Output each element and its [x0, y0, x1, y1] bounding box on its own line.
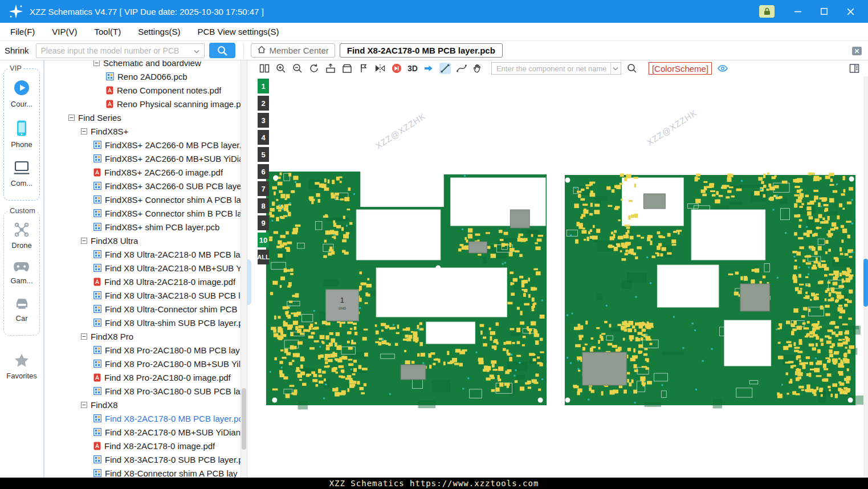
colorscheme-button[interactable]: [ColorScheme] [649, 62, 712, 75]
export-board-icon[interactable] [325, 63, 336, 74]
member-center-button[interactable]: Member Center [251, 43, 335, 58]
tree-item[interactable]: Reno Component notes.pdf [44, 83, 241, 97]
tree-item[interactable]: FindX8S+ 2AC266-0 image.pdf [44, 165, 241, 179]
net-search-input[interactable]: Enter the component or net name [491, 62, 621, 75]
sidebar-item-com[interactable]: Com... [11, 160, 32, 188]
tree-item[interactable]: Find X8 Ultra-shim SUB PCB layer.p [44, 316, 241, 329]
diode-toggle-icon[interactable] [391, 63, 402, 74]
tree-group[interactable]: Find Series [44, 111, 241, 124]
menu-item-pcb-view-settings-s[interactable]: PCB View settings(S) [197, 27, 279, 36]
tree-item[interactable]: FindX8S+ 3AC266-0 SUB PCB layer [44, 179, 241, 193]
menu-item-vip-v[interactable]: VIP(V) [52, 27, 77, 36]
layer-button-10[interactable]: 10 [258, 233, 269, 247]
chevron-down-icon[interactable] [194, 46, 199, 55]
refresh-icon[interactable] [308, 63, 320, 74]
pan-hand-icon[interactable] [472, 63, 484, 74]
sidebar-item-favorites[interactable]: Favorites [2, 353, 41, 380]
split-view-icon[interactable] [259, 63, 270, 74]
tree-item[interactable]: Find X8 Pro-3AC180-0 SUB PCB lay [44, 384, 241, 398]
layer-button-8[interactable]: 8 [258, 198, 269, 213]
model-search-input[interactable]: Please input the model number or PCB [36, 43, 205, 58]
tree-scrollbar[interactable] [241, 60, 247, 478]
collapse-icon[interactable] [93, 60, 100, 66]
layer-button-all[interactable]: ALL [258, 250, 269, 264]
tree-collapse-handle[interactable] [247, 259, 251, 305]
viewer-scrollbar-thumb[interactable] [863, 259, 868, 307]
zoom-in-icon[interactable] [275, 63, 287, 74]
zoom-out-icon[interactable] [292, 63, 303, 74]
sidebar-item-drone[interactable]: Drone [11, 222, 31, 250]
collapse-icon[interactable] [81, 238, 87, 244]
tree-item[interactable]: Find X8-2AC178-0 image.pdf [44, 439, 241, 453]
selected-component[interactable]: 1GND [325, 290, 358, 321]
collapse-icon[interactable] [81, 128, 87, 135]
layer-button-6[interactable]: 6 [258, 164, 269, 179]
sidebar-item-gam[interactable]: Gam... [10, 261, 32, 285]
tree-item[interactable]: Find X8 Pro-2AC180-0 MB PCB lay [44, 343, 241, 357]
tree-item[interactable]: Find X8 Pro-2AC180-0 image.pdf [44, 370, 241, 384]
tree-item[interactable]: Find X8 Pro-2AC180-0 MB+SUB Yil [44, 357, 241, 370]
box-icon[interactable] [341, 63, 353, 74]
file-tab[interactable]: Find X8-2AC178-0 MB PCB layer.pcb [340, 43, 503, 58]
tree-item[interactable]: Find X8 Ultra-Connector shim PCB [44, 302, 241, 316]
layers-panel-icon[interactable] [849, 63, 860, 74]
net-search-icon[interactable] [626, 63, 638, 74]
tree-item[interactable]: Find X8 Ultra-2AC218-0 image.pdf [44, 275, 241, 288]
tree-group[interactable]: FindX8 Ultra [44, 234, 241, 247]
close-button[interactable] [844, 5, 857, 18]
tree-item[interactable]: Find X8 Ultra-3AC218-0 SUB PCB la [44, 288, 241, 302]
layer-button-9[interactable]: 9 [258, 215, 269, 230]
tree-item[interactable]: Find X8-2AC178-0 MB+SUB YiDian [44, 425, 241, 439]
collapse-icon[interactable] [81, 402, 87, 408]
curve-tool-icon[interactable] [456, 63, 467, 74]
layer-button-1[interactable]: 1 [258, 79, 269, 93]
layer-button-2[interactable]: 2 [258, 96, 269, 111]
tree-item[interactable]: FindX8S+ 2AC266-0 MB PCB layer. [44, 138, 241, 152]
menu-item-tool-t[interactable]: Tool(T) [95, 27, 121, 36]
tree-item[interactable]: FindX8S+ shim PCB layer.pcb [44, 220, 241, 234]
layer-button-3[interactable]: 3 [258, 113, 269, 128]
tree-group[interactable]: FindX8 Pro [44, 329, 241, 343]
tree-item[interactable]: Find X8-2AC178-0 MB PCB layer.pc [44, 411, 241, 425]
layer-button-5[interactable]: 5 [258, 147, 269, 162]
vip-lock-icon[interactable] [759, 5, 775, 18]
jump-arrow-icon[interactable] [423, 63, 434, 74]
tree-item-label: FindX8S+ [91, 127, 128, 136]
pcb-canvas[interactable]: XZZ@XZZHKXZZ@XZZHK1GND [247, 76, 868, 478]
pcb-file-icon [93, 141, 101, 149]
layer-button-7[interactable]: 7 [258, 181, 269, 196]
viewer-scrollbar[interactable] [863, 76, 868, 478]
chevron-down-icon[interactable] [610, 63, 621, 74]
sidebar-item-car[interactable]: Car [14, 296, 30, 323]
tree-item[interactable]: Find X8-3AC178-0 SUB PCB layer.p [44, 453, 241, 466]
3d-view-button[interactable]: 3D [407, 64, 418, 73]
maximize-button[interactable] [818, 5, 830, 18]
collapse-icon[interactable] [81, 333, 87, 340]
close-panel-icon[interactable] [851, 46, 862, 58]
tree-group[interactable]: FindX8 [44, 398, 241, 411]
tree-item[interactable]: FindX8S+ 2AC266-0 MB+SUB YiDia [44, 152, 241, 165]
tree-item[interactable]: Find X8-Connector shim A PCB lay [44, 466, 241, 478]
measure-line-icon[interactable] [439, 63, 451, 74]
tree-item[interactable]: Find X8 Ultra-2AC218-0 MB PCB la [44, 247, 241, 261]
layer-button-4[interactable]: 4 [258, 130, 269, 145]
tree-group[interactable]: FindX8S+ [44, 124, 241, 138]
sidebar-item-phone[interactable]: Phone [11, 120, 32, 149]
minimize-button[interactable] [792, 5, 804, 18]
tree-item[interactable]: FindX8S+ Connector shim B PCB la [44, 206, 241, 220]
flag-pin-icon[interactable] [358, 63, 369, 74]
eye-icon[interactable] [717, 63, 728, 74]
tree-item[interactable]: Find X8 Ultra-2AC218-0 MB+SUB Y [44, 261, 241, 275]
tree-item[interactable]: Reno Physical scanning image.p [44, 97, 241, 111]
tree-item[interactable]: Reno 2AD066.pcb [44, 70, 241, 83]
shrink-button[interactable]: Shrink [5, 46, 29, 55]
tree-group[interactable]: Schematic and boardview [44, 60, 241, 70]
tree-scrollbar-thumb[interactable] [242, 388, 246, 450]
menu-item-settings-s[interactable]: Settings(S) [138, 27, 180, 36]
search-button[interactable] [209, 43, 235, 58]
menu-item-file-f[interactable]: File(F) [10, 27, 35, 36]
sidebar-item-cour[interactable]: Cour... [11, 79, 32, 108]
tree-item[interactable]: FindX8S+ Connector shim A PCB la [44, 193, 241, 206]
collapse-icon[interactable] [68, 115, 75, 121]
mirror-flip-icon[interactable] [374, 63, 386, 74]
